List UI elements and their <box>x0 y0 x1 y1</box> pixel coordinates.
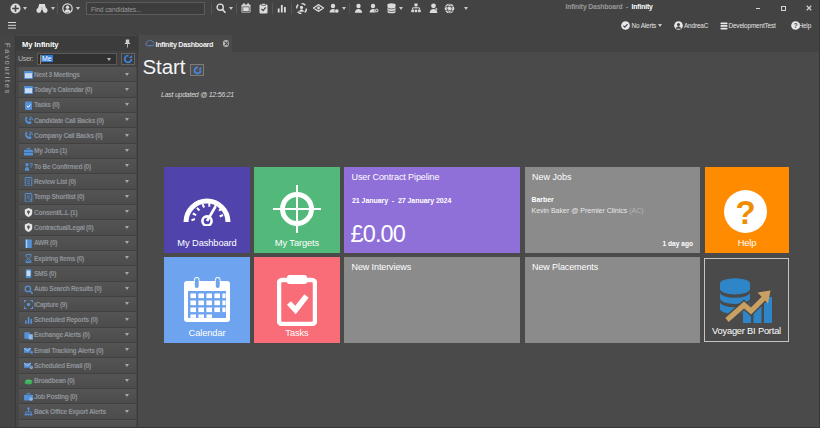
svg-text:?: ? <box>29 162 33 169</box>
svg-text:?: ? <box>793 22 797 29</box>
